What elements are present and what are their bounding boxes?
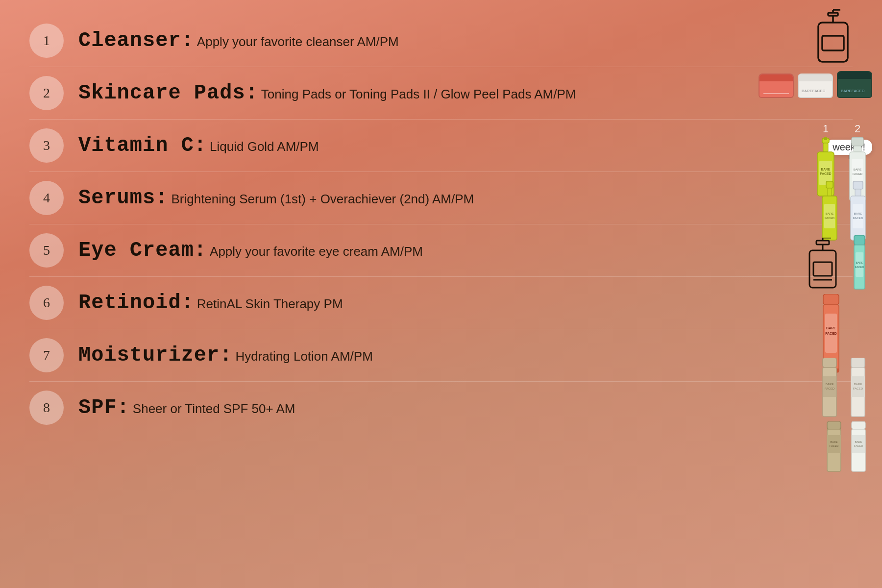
step-content-4: Serums: Brightening Serum (1st) + Overac… [78,186,853,210]
step-row-5: 5 Eye Cream: Apply your favorite eye cre… [29,224,853,277]
step-desc-7: Hydrating Lotion AM/PM [235,349,372,364]
svg-rect-26 [855,189,861,196]
step-desc-3: Liquid Gold AM/PM [210,139,319,154]
step-title-6: Retinoid: [78,291,194,315]
svg-rect-43 [823,294,839,305]
step-title-5: Eye Cream: [78,239,207,262]
moisturizer-stick-1: BARE FACED [820,358,839,423]
step-content-5: Eye Cream: Apply your favorite eye cream… [78,239,853,262]
svg-text:FACED: FACED [830,444,838,447]
step-desc-5: Apply your favorite eye cream AM/PM [210,244,423,259]
svg-text:BARE: BARE [854,383,862,386]
step-title-2: Skincare Pads: [78,81,258,105]
step-number-6: 6 [29,286,64,320]
pad-jar-white: BAREFACED [798,74,833,98]
step-desc-2: Toning Pads or Toning Pads II / Glow Pee… [261,87,576,101]
svg-rect-51 [823,376,836,397]
svg-text:BARE: BARE [854,212,862,215]
moisturizer-stick-2: BARE FACED [849,358,867,423]
step-title-8: SPF: [78,396,130,419]
svg-text:FACED: FACED [855,266,864,269]
svg-rect-8 [823,143,828,152]
spf-products: BARE FACED BARE FACED [825,421,867,477]
svg-rect-14 [854,146,861,152]
eyecream-products: BARE FACED [806,235,867,296]
moisturizer-products: BARE FACED BARE FACED [820,358,867,423]
eyecream-tube: BARE FACED [852,235,867,296]
step-content-3: Vitamin C: Liquid Gold AM/PM [78,134,853,157]
svg-text:BARE: BARE [826,326,836,330]
svg-rect-54 [851,358,865,368]
step-desc-6: RetinAL Skin Therapy PM [197,296,343,311]
svg-rect-20 [828,188,832,196]
step-content-7: Moisturizer: Hydrating Lotion AM/PM [78,343,853,367]
svg-rect-13 [852,137,863,146]
step-row-1: 1 Cleanser: Apply your favorite cleanser… [29,15,853,67]
svg-rect-25 [853,181,863,189]
svg-rect-64 [852,421,865,429]
svg-text:BARE: BARE [826,383,833,386]
svg-text:FACED: FACED [825,332,837,335]
svg-text:BARE: BARE [856,261,863,264]
svg-text:FACED: FACED [854,444,863,447]
cleanser-product-icon [813,9,853,63]
svg-text:BARE: BARE [821,168,830,171]
step-desc-1: Apply your favorite cleanser AM/PM [197,34,399,49]
step-title-1: Cleanser: [78,29,194,52]
step-number-7: 7 [29,338,64,372]
pad-jar-green: BAREFACED [837,71,872,98]
step-row-3: 3 Vitamin C: Liquid Gold AM/PM [29,120,853,172]
step-content-1: Cleanser: Apply your favorite cleanser A… [78,29,853,52]
svg-rect-28 [853,204,863,228]
step-row-2: 2 Skincare Pads: Toning Pads or Toning P… [29,67,853,120]
svg-rect-31 [816,241,829,245]
svg-text:FACED: FACED [853,217,863,220]
svg-text:BARE: BARE [831,441,838,443]
step-number-4: 4 [29,181,64,215]
svg-text:FACED: FACED [825,387,835,390]
main-container: 1 Cleanser: Apply your favorite cleanser… [0,0,882,588]
svg-rect-22 [824,204,835,228]
step-content-8: SPF: Sheer or Tinted SPF 50+ AM [78,396,853,419]
svg-rect-0 [828,13,838,16]
spf-stick-2: BARE FACED [850,421,867,477]
skincare-pads-products: BAREFACED BAREFACED [759,71,872,98]
svg-rect-40 [856,252,863,277]
svg-text:FACED: FACED [825,217,835,220]
step-content-2: Skincare Pads: Toning Pads or Toning Pad… [78,81,853,105]
svg-rect-7 [824,137,827,140]
step-row-7: 7 Moisturizer: Hydrating Lotion AM/PM [29,329,853,382]
svg-rect-19 [826,181,833,188]
step-number-5: 5 [29,233,64,268]
step-desc-4: Brightening Serum (1st) + Overachiever (… [171,192,474,206]
step-number-8: 8 [29,391,64,425]
step-number-2: 2 [29,76,64,110]
svg-rect-56 [851,376,865,397]
svg-rect-49 [823,358,836,368]
step-content-6: Retinoid: RetinAL Skin Therapy PM [78,291,853,315]
svg-rect-38 [854,235,865,245]
eyecream-icon [806,238,840,294]
pad-jar-coral [759,74,794,98]
step-number-1: 1 [29,24,64,58]
steps-list: 1 Cleanser: Apply your favorite cleanser… [29,15,853,434]
step-title-4: Serums: [78,186,168,210]
step-desc-8: Sheer or Tinted SPF 50+ AM [133,401,295,416]
svg-text:FACED: FACED [853,387,863,390]
step-row-6: 6 Retinoid: RetinAL Skin Therapy PM [29,277,853,329]
svg-rect-61 [827,435,841,453]
spf-stick-1: BARE FACED [825,421,843,477]
svg-text:BARE: BARE [826,212,833,215]
svg-rect-59 [827,421,841,429]
svg-text:BARE: BARE [854,168,861,171]
svg-rect-66 [852,435,865,453]
step-row-8: 8 SPF: Sheer or Tinted SPF 50+ AM [29,382,853,434]
svg-text:FACED: FACED [820,172,831,175]
step-title-7: Moisturizer: [78,343,232,367]
svg-rect-5 [822,36,844,50]
step-number-3: 3 [29,128,64,163]
step-title-3: Vitamin C: [78,134,207,157]
svg-text:FACED: FACED [853,172,863,175]
step-row-4: 4 Serums: Brightening Serum (1st) + Over… [29,172,853,224]
svg-rect-36 [813,262,832,276]
